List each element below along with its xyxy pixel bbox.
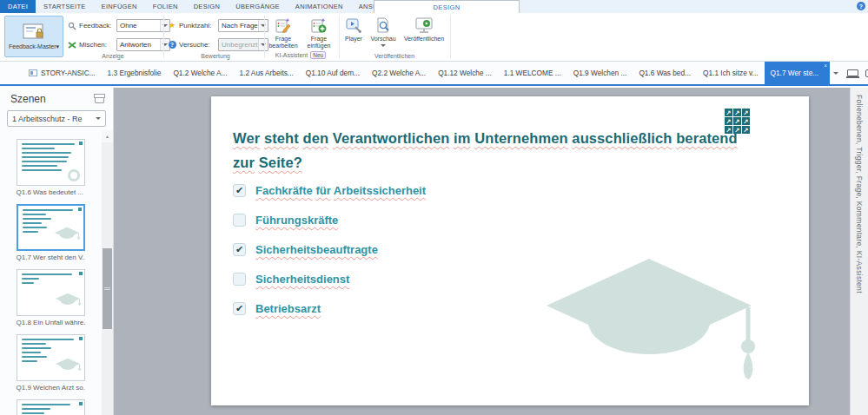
menu-tab-datei[interactable]: DATEI xyxy=(0,0,36,13)
tab-list-caret-icon[interactable] xyxy=(833,72,838,75)
menubar-tabs: DATEISTARTSEITEEINFÜGENFOLIENDESIGNÜBERG… xyxy=(0,0,433,13)
answer-option-0[interactable]: ✔Fachkräfte für Arbeitssicherheit xyxy=(233,184,426,197)
thumb-text-line xyxy=(22,169,63,171)
collapse-panel-icon[interactable] xyxy=(95,96,104,103)
player-icon xyxy=(345,16,362,34)
slide-thumbnail-1[interactable] xyxy=(17,204,85,251)
menu-tab-animationen[interactable]: ANIMATIONEN xyxy=(288,0,351,13)
close-tab-icon[interactable]: × xyxy=(824,63,827,69)
help-icon[interactable]: ? xyxy=(857,2,865,10)
contextual-tab-design[interactable]: DESIGN xyxy=(374,0,520,13)
slide-tab-6[interactable]: Q1.12 Welche ... xyxy=(432,62,498,84)
thumb-corner-mark xyxy=(79,142,83,145)
preview-icon xyxy=(374,16,392,34)
checkbox-unchecked-icon[interactable] xyxy=(233,273,246,286)
slide-tab-0[interactable]: STORY-ANSIC... xyxy=(23,62,102,84)
checkbox-unchecked-icon[interactable] xyxy=(233,214,246,227)
thumbnail-scrollbar[interactable]: ▲ xyxy=(102,130,113,415)
scroll-up-icon[interactable]: ▲ xyxy=(102,130,113,142)
answer-option-label: Führungskräfte xyxy=(255,214,338,227)
feedback-master-button[interactable]: Feedback-Master▾ xyxy=(4,16,63,57)
slide-tab-4[interactable]: Q1.10 Auf dem... xyxy=(300,62,366,84)
thumb-badge-graphic xyxy=(68,169,80,181)
menu-tab-folien[interactable]: FOLIEN xyxy=(145,0,186,13)
slide-thumbnail-4[interactable] xyxy=(17,399,85,415)
thumb-text-line xyxy=(22,412,45,414)
thumb-text-line xyxy=(22,165,58,167)
answer-option-1[interactable]: Führungskräfte xyxy=(233,214,426,227)
slide-thumbnail-list: Q1.6 Was bedeutet ...Q1.7 Wer steht den … xyxy=(0,132,101,415)
checkbox-checked-icon[interactable]: ✔ xyxy=(233,302,246,315)
veroeffentlichen-button[interactable]: Veröffentlichen xyxy=(400,16,448,43)
slide-tab-7[interactable]: 1.1 WELCOME ... xyxy=(498,62,567,84)
slide-tab-3[interactable]: 1.2 Aus Arbeits... xyxy=(233,62,299,84)
edit-question-icon xyxy=(275,16,292,34)
scenes-panel: Szenen 1 Arbeitsschutz - Re Q1.6 Was bed… xyxy=(0,88,114,415)
thumb-text-line xyxy=(22,404,71,405)
mischen-field: Mischen: Antworten xyxy=(68,38,170,51)
answer-option-3[interactable]: Sicherheitsdienst xyxy=(233,273,426,286)
slide-tab-11[interactable]: Q1.7 Wer ste...× xyxy=(765,62,831,84)
thumb-text-line xyxy=(22,156,70,158)
answer-option-label: Sicherheitsbeauftragte xyxy=(255,243,378,256)
slide-thumbnail-2[interactable] xyxy=(17,269,85,316)
player-button[interactable]: Player xyxy=(341,16,367,43)
scrollbar-thumb[interactable] xyxy=(103,248,112,329)
frage-bearbeiten-button[interactable]: Frage bearbeiten xyxy=(267,16,300,50)
slide-canvas[interactable]: ↗↗↗↗↗↗↗↗↗ Wer steht den Verantwortlichen… xyxy=(211,96,809,405)
question-title[interactable]: Wer steht den Verantwortlichen im Untern… xyxy=(233,126,754,175)
thumb-text-line xyxy=(22,143,76,145)
laptop-icon[interactable] xyxy=(847,69,858,76)
thumb-text-line xyxy=(22,273,73,275)
slide-tab-10[interactable]: Q1.1 Ich sitze v... xyxy=(697,62,764,84)
menu-tab-design[interactable]: DESIGN xyxy=(186,0,229,13)
thumbnail-caption: Q1.7 Wer steht den V... xyxy=(17,254,85,262)
mischen-select[interactable]: Antworten xyxy=(116,38,170,51)
slide-tab-label: Q1.6 Was bed... xyxy=(639,69,691,77)
right-panel-bar[interactable]: Folienebenen, Trigger, Frage, Kommentare… xyxy=(850,88,868,415)
feedback-label: Feedback: xyxy=(79,22,114,30)
thumb-text-line xyxy=(22,347,52,349)
versuche-field: ? Versuche: Unbegrenzt xyxy=(168,38,268,51)
thumb-text-line xyxy=(22,360,38,362)
feedback-select[interactable]: Ohne xyxy=(116,19,170,32)
slide-thumbnail-3[interactable] xyxy=(17,334,85,381)
slide-tab-8[interactable]: Q1.9 Welchen ... xyxy=(567,62,633,84)
graduation-cap-image xyxy=(540,255,759,384)
answer-option-4[interactable]: ✔Betriebsarzt xyxy=(233,302,426,315)
slide-tab-2[interactable]: Q1.2 Welche A... xyxy=(167,62,233,84)
slide-tab-9[interactable]: Q1.6 Was bed... xyxy=(633,62,697,84)
punktzahl-label: Punktzahl: xyxy=(179,22,215,30)
thumb-text-line xyxy=(23,222,42,224)
menu-tab-einfügen[interactable]: EINFÜGEN xyxy=(94,0,145,13)
device-preview-bar: ⚙ xyxy=(830,62,868,84)
checkbox-checked-icon[interactable]: ✔ xyxy=(233,243,246,256)
slide-tab-1[interactable]: 1.3 Ergebnisfolie xyxy=(102,62,168,84)
checkbox-checked-icon[interactable]: ✔ xyxy=(233,184,246,197)
answer-option-2[interactable]: ✔Sicherheitsbeauftragte xyxy=(233,243,426,256)
frage-einfuegen-button[interactable]: Frage einfügen xyxy=(302,16,335,50)
menu-tab-startseite[interactable]: STARTSEITE xyxy=(36,0,94,13)
punktzahl-select[interactable]: Nach Frage xyxy=(218,19,268,32)
menu-tab-übergänge[interactable]: ÜBERGÄNGE xyxy=(228,0,288,13)
device-icons xyxy=(847,68,868,78)
thumb-text-line xyxy=(22,278,39,280)
group-divider xyxy=(339,16,340,58)
slide-tab-5[interactable]: Q2.2 Welche A... xyxy=(366,62,432,84)
slide-tab-label: Q1.9 Welchen ... xyxy=(573,69,627,77)
punktzahl-field: ★ Punktzahl: Nach Frage xyxy=(168,19,268,32)
feedback-field: Feedback: Ohne xyxy=(68,19,170,32)
thumb-text-line xyxy=(23,214,46,215)
thumb-corner-mark xyxy=(79,272,83,275)
slide-tabstrip: STORY-ANSIC...1.3 ErgebnisfolieQ1.2 Welc… xyxy=(0,62,868,86)
slide-thumbnail-0[interactable] xyxy=(17,139,85,186)
thumb-text-line xyxy=(23,209,74,211)
vorschau-button[interactable]: Vorschau xyxy=(368,16,398,47)
vorschau-caret-icon xyxy=(381,44,386,47)
versuche-select: Unbegrenzt xyxy=(218,38,268,51)
scene-select[interactable]: 1 Arbeitsschutz - Re xyxy=(7,110,106,127)
logo-arrow-tile: ↗ xyxy=(733,109,741,116)
insert-question-icon xyxy=(310,16,328,34)
answer-option-label: Fachkräfte für Arbeitssicherheit xyxy=(255,184,426,197)
thumb-corner-mark xyxy=(79,337,83,340)
